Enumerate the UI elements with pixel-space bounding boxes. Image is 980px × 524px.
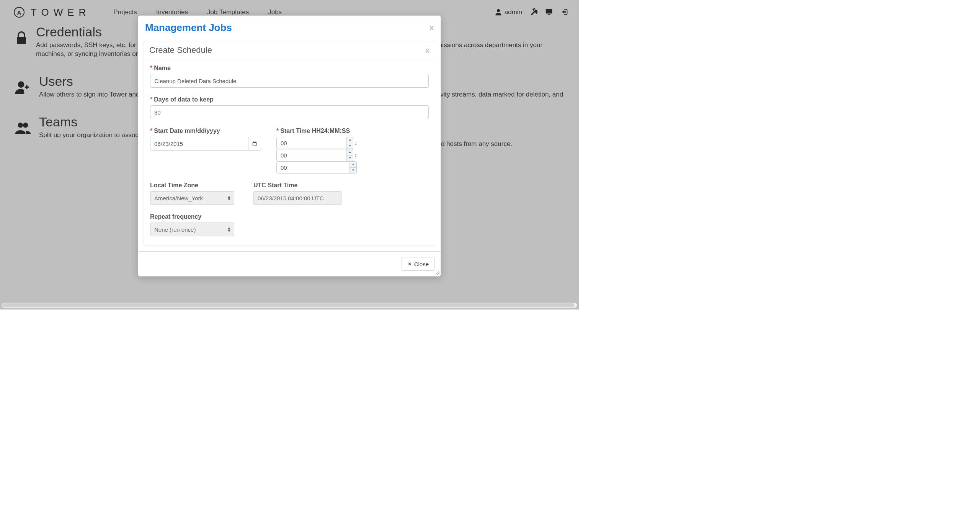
- minute-spinner[interactable]: ▲ ▼: [347, 149, 353, 161]
- modal-title: Management Jobs: [145, 22, 430, 34]
- label-name: *Name: [150, 65, 429, 72]
- panel-title: Create Schedule: [149, 45, 425, 55]
- scrollbar-thumb[interactable]: [2, 303, 574, 307]
- label-timezone: Local Time Zone: [150, 182, 238, 189]
- second-spinner[interactable]: ▲ ▼: [350, 161, 357, 174]
- label-start-time: *Start Time HH24:MM:SS: [276, 128, 429, 134]
- window-scrollbar[interactable]: [2, 303, 577, 308]
- minute-input[interactable]: [276, 149, 347, 161]
- field-repeat: Repeat frequency ▲▼: [150, 213, 238, 236]
- start-date-input[interactable]: [150, 137, 248, 151]
- name-input[interactable]: [150, 74, 429, 88]
- close-icon: [407, 262, 412, 266]
- field-name: *Name: [150, 65, 429, 88]
- field-start-time: *Start Time HH24:MM:SS ▲ ▼ :: [276, 128, 429, 174]
- spin-up-icon[interactable]: ▲: [347, 149, 353, 156]
- spin-down-icon[interactable]: ▼: [347, 143, 353, 149]
- spin-down-icon[interactable]: ▼: [347, 156, 353, 161]
- spin-up-icon[interactable]: ▲: [350, 162, 356, 168]
- label-days: *Days of data to keep: [150, 96, 429, 103]
- label-repeat: Repeat frequency: [150, 213, 238, 220]
- calendar-button[interactable]: [248, 137, 261, 151]
- field-utc: UTC Start Time: [253, 182, 341, 205]
- field-start-date: *Start Date mm/dd/yyyy: [150, 128, 261, 174]
- close-button[interactable]: Close: [402, 257, 434, 271]
- label-start-date: *Start Date mm/dd/yyyy: [150, 128, 261, 134]
- hour-spinner[interactable]: ▲ ▼: [347, 137, 353, 149]
- timezone-select[interactable]: [150, 191, 234, 205]
- field-timezone: Local Time Zone ▲▼: [150, 182, 238, 205]
- management-jobs-modal: Management Jobs x Create Schedule x *Nam…: [138, 15, 441, 277]
- repeat-select[interactable]: [150, 223, 234, 236]
- days-input[interactable]: [150, 105, 429, 119]
- modal-footer: Close: [138, 251, 441, 276]
- label-utc: UTC Start Time: [253, 182, 341, 189]
- spin-down-icon[interactable]: ▼: [350, 168, 356, 174]
- utc-display: [253, 191, 341, 205]
- modal-close-icon[interactable]: x: [430, 23, 434, 32]
- modal-body[interactable]: Create Schedule x *Name *Days of data to…: [138, 37, 441, 251]
- resize-grip-icon[interactable]: [435, 270, 439, 275]
- calendar-icon: [252, 141, 257, 146]
- hour-input[interactable]: [276, 137, 347, 149]
- panel-header: Create Schedule x: [144, 41, 435, 59]
- spin-up-icon[interactable]: ▲: [347, 137, 353, 143]
- modal-header: Management Jobs x: [138, 16, 441, 37]
- create-schedule-panel: Create Schedule x *Name *Days of data to…: [144, 41, 435, 246]
- second-input[interactable]: [276, 161, 350, 174]
- panel-close-icon[interactable]: x: [425, 46, 430, 55]
- field-days: *Days of data to keep: [150, 96, 429, 119]
